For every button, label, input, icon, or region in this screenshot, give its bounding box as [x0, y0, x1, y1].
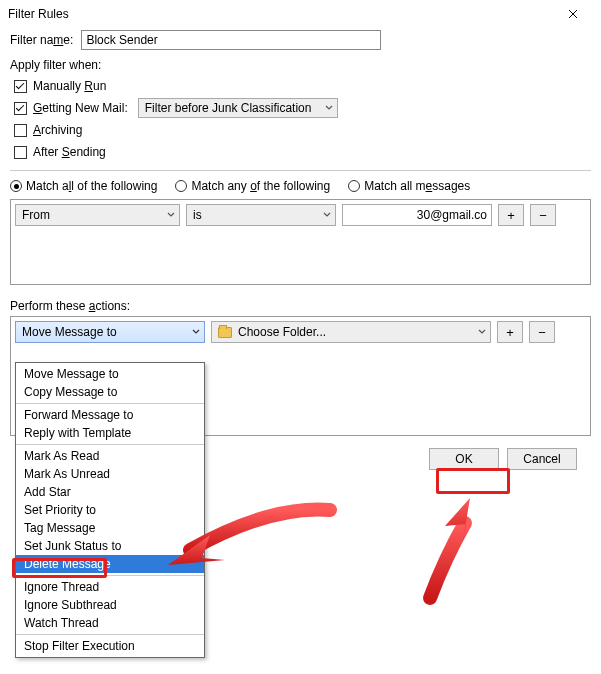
menu-item[interactable]: Copy Message to: [16, 383, 204, 401]
choose-folder-select[interactable]: Choose Folder...: [211, 321, 491, 343]
match-all-following-label: Match all of the following: [26, 179, 157, 193]
menu-item[interactable]: Move Message to: [16, 365, 204, 383]
condition-value-input[interactable]: [342, 204, 492, 226]
close-icon: [568, 9, 578, 19]
after-sending-checkbox[interactable]: [14, 146, 27, 159]
archiving-checkbox[interactable]: [14, 124, 27, 137]
menu-item[interactable]: Reply with Template: [16, 424, 204, 442]
cancel-button[interactable]: Cancel: [507, 448, 577, 470]
menu-item[interactable]: Set Priority to: [16, 501, 204, 519]
condition-operator-select[interactable]: is: [186, 204, 336, 226]
annotation-ok-highlight: [436, 468, 510, 494]
menu-item[interactable]: Add Star: [16, 483, 204, 501]
match-all-messages-radio[interactable]: [348, 180, 360, 192]
match-all-following-radio[interactable]: [10, 180, 22, 192]
match-any-following-radio[interactable]: [175, 180, 187, 192]
menu-item[interactable]: Stop Filter Execution: [16, 637, 204, 655]
remove-action-button[interactable]: −: [529, 321, 555, 343]
menu-item[interactable]: Mark As Unread: [16, 465, 204, 483]
match-all-following-option[interactable]: Match all of the following: [10, 179, 157, 193]
condition-field-value: From: [22, 208, 50, 222]
getting-new-mail-row: Getting New Mail: Filter before Junk Cla…: [14, 98, 591, 118]
getting-new-mail-checkbox[interactable]: [14, 102, 27, 115]
menu-item[interactable]: Forward Message to: [16, 406, 204, 424]
manually-run-label: Manually Run: [33, 79, 106, 93]
after-sending-label: After Sending: [33, 145, 106, 159]
filter-timing-select[interactable]: Filter before Junk Classification: [138, 98, 338, 118]
manually-run-checkbox[interactable]: [14, 80, 27, 93]
annotation-arrow-ok: [390, 498, 530, 618]
choose-folder-label: Choose Folder...: [238, 325, 326, 339]
match-any-following-label: Match any of the following: [191, 179, 330, 193]
filter-name-row: Filter name:: [10, 30, 591, 50]
filter-timing-value: Filter before Junk Classification: [145, 101, 312, 115]
action-type-select[interactable]: Move Message to: [15, 321, 205, 343]
filter-name-label: Filter name:: [10, 33, 73, 47]
apply-filter-label: Apply filter when:: [10, 58, 591, 72]
action-row: Move Message to Choose Folder... + −: [15, 321, 586, 343]
menu-item[interactable]: Watch Thread: [16, 614, 204, 632]
chevron-down-icon: [478, 329, 486, 335]
menu-item[interactable]: Tag Message: [16, 519, 204, 537]
archiving-row: Archiving: [14, 120, 591, 140]
archiving-label: Archiving: [33, 123, 82, 137]
action-type-value: Move Message to: [22, 325, 117, 339]
manually-run-row: Manually Run: [14, 76, 591, 96]
getting-new-mail-label: Getting New Mail:: [33, 101, 128, 115]
match-any-following-option[interactable]: Match any of the following: [175, 179, 330, 193]
folder-icon: [218, 327, 232, 338]
chevron-down-icon: [323, 212, 331, 218]
remove-condition-button[interactable]: −: [530, 204, 556, 226]
conditions-list: From is + −: [10, 199, 591, 285]
divider: [10, 170, 591, 171]
perform-actions-label: Perform these actions:: [10, 299, 591, 313]
match-mode-row: Match all of the following Match any of …: [10, 179, 591, 193]
window-title: Filter Rules: [8, 7, 69, 21]
chevron-down-icon: [192, 329, 200, 335]
menu-item[interactable]: Ignore Subthread: [16, 596, 204, 614]
close-button[interactable]: [553, 4, 593, 24]
action-type-dropdown[interactable]: Move Message toCopy Message toForward Me…: [15, 362, 205, 658]
condition-row: From is + −: [15, 204, 586, 226]
ok-button[interactable]: OK: [429, 448, 499, 470]
condition-field-select[interactable]: From: [15, 204, 180, 226]
add-action-button[interactable]: +: [497, 321, 523, 343]
title-bar: Filter Rules: [0, 0, 601, 26]
menu-item[interactable]: Ignore Thread: [16, 578, 204, 596]
chevron-down-icon: [167, 212, 175, 218]
chevron-down-icon: [325, 105, 333, 111]
match-all-messages-label: Match all messages: [364, 179, 470, 193]
menu-item[interactable]: Set Junk Status to: [16, 537, 204, 555]
condition-operator-value: is: [193, 208, 202, 222]
filter-name-input[interactable]: [81, 30, 381, 50]
menu-item[interactable]: Mark As Read: [16, 447, 204, 465]
menu-item[interactable]: Delete Message: [16, 555, 204, 573]
match-all-messages-option[interactable]: Match all messages: [348, 179, 470, 193]
add-condition-button[interactable]: +: [498, 204, 524, 226]
after-sending-row: After Sending: [14, 142, 591, 162]
